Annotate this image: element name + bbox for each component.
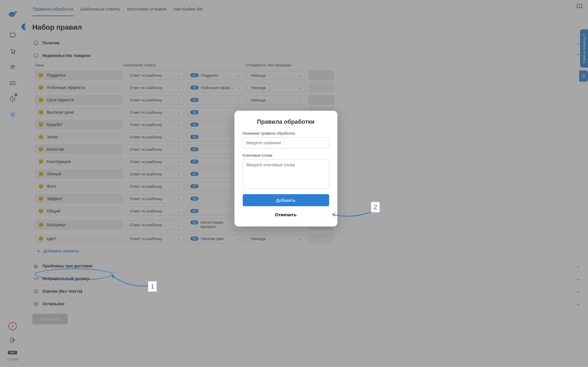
rule-modal: Правила обработки Название правила обраб… [234,110,337,226]
modal-add-button[interactable]: Добавить [243,194,329,206]
annotation-label-2: 2 [371,202,380,212]
annotation-arrow-2 [329,209,377,220]
rule-name-input[interactable] [243,137,329,148]
modal-cancel-button[interactable]: Отменить [243,209,329,220]
annotation-label-1: 1 [148,281,157,292]
modal-keywords-label: Ключевые слова [243,153,329,157]
rule-keywords-input[interactable] [243,159,329,188]
modal-title: Правила обработки [243,118,329,125]
modal-name-label: Название правила обработки [243,131,329,135]
